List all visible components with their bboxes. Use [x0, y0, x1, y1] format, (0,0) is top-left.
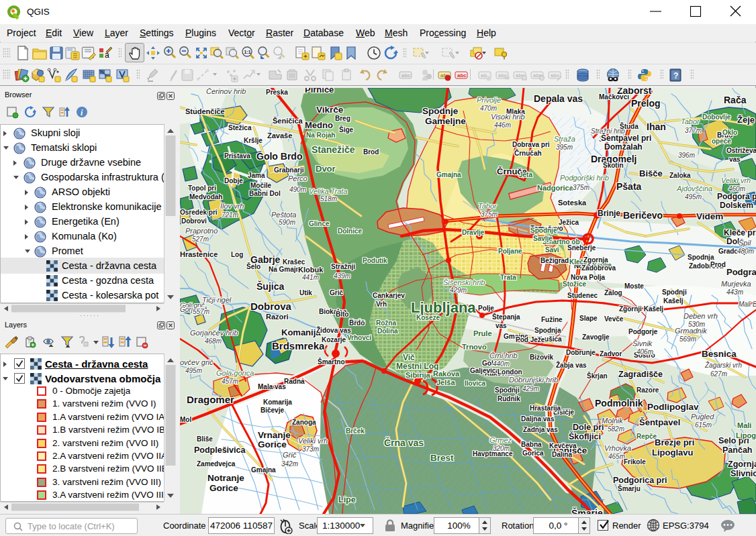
svg-text:abc: abc — [457, 72, 467, 78]
svg-text:abc: abc — [401, 72, 411, 78]
svg-text:ab: ab — [481, 72, 487, 78]
svg-text:1:1: 1:1 — [244, 50, 251, 54]
svg-text:abc: abc — [551, 72, 560, 78]
svg-text:?: ? — [673, 71, 678, 81]
